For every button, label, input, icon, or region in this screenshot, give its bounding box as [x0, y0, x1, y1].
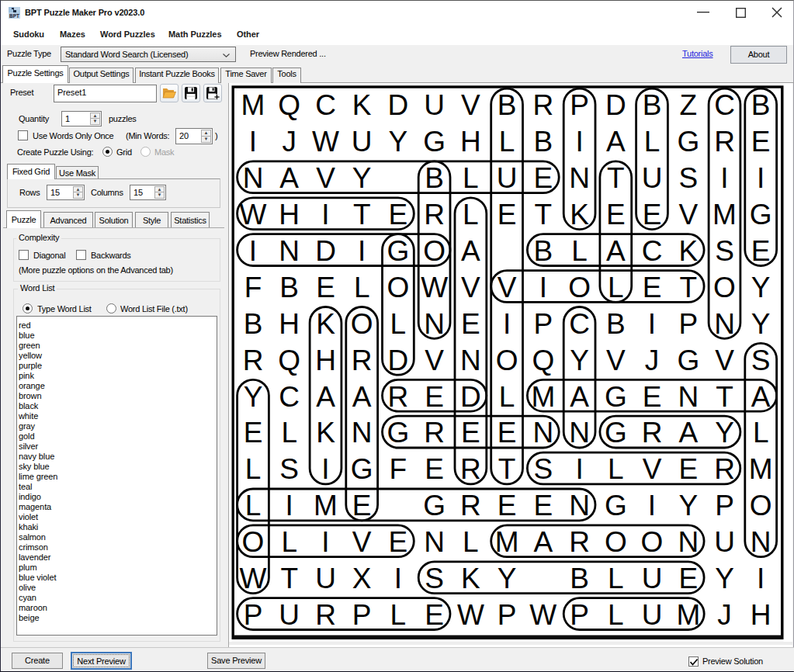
svg-text:W: W [457, 599, 484, 631]
svg-text:T: T [353, 199, 371, 230]
svg-text:E: E [606, 199, 626, 230]
svg-text:V: V [715, 345, 734, 376]
svg-text:M: M [495, 526, 519, 558]
svg-text:Y: Y [715, 563, 734, 594]
svg-text:L: L [390, 599, 407, 631]
svg-text:Y: Y [389, 126, 408, 158]
svg-text:U: U [642, 563, 663, 594]
svg-text:L: L [608, 563, 624, 594]
svg-text:D: D [388, 345, 409, 376]
svg-text:U: U [497, 162, 518, 194]
svg-text:L: L [644, 126, 661, 158]
svg-text:V: V [425, 345, 444, 376]
svg-text:E: E [461, 308, 480, 340]
svg-text:T: T [716, 381, 733, 413]
svg-text:V: V [316, 162, 335, 194]
svg-text:I: I [249, 235, 257, 267]
svg-text:L: L [281, 417, 297, 449]
svg-text:I: I [575, 126, 583, 158]
svg-text:E: E [678, 563, 698, 594]
svg-text:L: L [608, 599, 624, 631]
svg-text:I: I [358, 235, 366, 267]
svg-text:H: H [460, 126, 481, 158]
svg-text:L: L [463, 162, 479, 194]
svg-text:E: E [678, 453, 698, 485]
svg-text:R: R [714, 126, 735, 158]
svg-text:L: L [354, 272, 370, 303]
svg-text:N: N [569, 490, 590, 521]
svg-text:N: N [532, 417, 553, 449]
svg-text:B: B [606, 308, 626, 340]
svg-text:U: U [279, 599, 300, 631]
svg-text:P: P [533, 308, 553, 340]
svg-text:O: O [568, 272, 591, 303]
svg-text:E: E [389, 526, 408, 558]
svg-text:A: A [678, 417, 698, 449]
svg-text:J: J [717, 599, 732, 631]
svg-text:I: I [648, 308, 656, 340]
svg-text:I: I [575, 453, 583, 485]
svg-text:G: G [677, 126, 699, 158]
svg-text:P: P [678, 308, 698, 340]
svg-text:M: M [241, 89, 265, 121]
svg-text:Y: Y [715, 417, 734, 449]
svg-text:L: L [571, 235, 588, 267]
svg-text:S: S [678, 162, 698, 194]
svg-text:H: H [315, 345, 336, 376]
svg-text:O: O [387, 272, 410, 303]
svg-text:B: B [570, 563, 589, 594]
svg-text:I: I [720, 162, 728, 194]
svg-text:V: V [498, 272, 517, 303]
svg-text:E: E [643, 381, 662, 413]
svg-text:I: I [321, 199, 329, 230]
svg-text:L: L [463, 199, 479, 230]
svg-text:E: E [643, 272, 662, 303]
svg-text:I: I [249, 126, 257, 158]
svg-text:Y: Y [244, 381, 263, 413]
svg-text:N: N [714, 308, 735, 340]
svg-text:B: B [533, 126, 553, 158]
svg-text:N: N [460, 345, 481, 376]
svg-text:G: G [387, 235, 410, 267]
svg-text:U: U [424, 89, 445, 121]
svg-text:I: I [503, 308, 511, 340]
svg-text:V: V [461, 89, 480, 121]
svg-text:U: U [714, 526, 735, 558]
svg-text:I: I [321, 526, 329, 558]
svg-text:S: S [751, 345, 771, 376]
svg-text:P: P [498, 599, 517, 631]
svg-text:R: R [569, 526, 590, 558]
svg-text:R: R [315, 599, 336, 631]
svg-text:P: P [244, 599, 263, 631]
svg-text:E: E [425, 381, 444, 413]
svg-text:K: K [316, 308, 335, 340]
svg-text:G: G [423, 126, 446, 158]
svg-text:N: N [751, 526, 771, 558]
svg-text:H: H [279, 308, 300, 340]
svg-text:P: P [570, 599, 589, 631]
svg-text:X: X [352, 563, 372, 594]
svg-text:M: M [749, 453, 773, 485]
svg-text:J: J [645, 345, 660, 376]
svg-text:R: R [352, 345, 373, 376]
svg-text:G: G [605, 417, 627, 449]
svg-text:O: O [351, 308, 373, 340]
svg-text:R: R [424, 417, 445, 449]
svg-text:G: G [423, 490, 446, 521]
svg-text:K: K [316, 417, 335, 449]
svg-text:E: E [533, 162, 553, 194]
svg-text:S: S [715, 235, 734, 267]
svg-text:V: V [461, 272, 480, 303]
svg-text:L: L [499, 381, 515, 413]
svg-text:V: V [352, 526, 372, 558]
svg-text:L: L [281, 526, 297, 558]
svg-text:E: E [498, 490, 517, 521]
svg-text:W: W [312, 126, 339, 158]
svg-text:A: A [316, 381, 335, 413]
svg-text:G: G [605, 490, 627, 521]
svg-text:A: A [461, 235, 480, 267]
svg-text:B: B [498, 89, 517, 121]
svg-text:S: S [425, 563, 444, 594]
svg-text:U: U [315, 563, 336, 594]
svg-text:N: N [569, 417, 590, 449]
